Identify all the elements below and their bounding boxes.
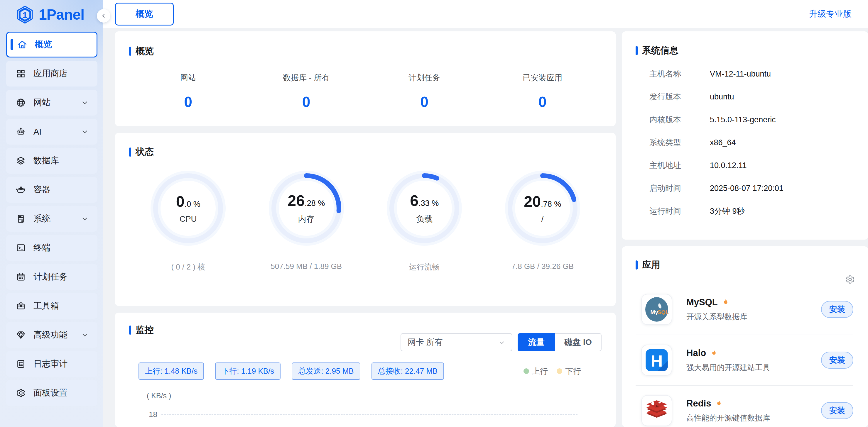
legend-upload[interactable]: 上行 [524,366,548,376]
app-name: MySQL [686,297,718,308]
title-accent-bar [129,46,131,56]
gauge-root-disk: 20.78 % / 7.8 GB / 39.26 GB [484,170,602,272]
upload-speed-badge: 上行: 1.48 KB/s [138,362,204,380]
brand-name: 1Panel [39,6,84,23]
status-card: 状态 0.0 % [115,133,616,306]
traffic-tab-button[interactable]: 流量 [518,333,555,351]
app-row-redis: Redis 高性能的开源键值数据库 安装 [636,385,853,427]
sidebar-collapse-button[interactable] [97,9,110,23]
sidebar-item-label: 日志审计 [33,358,67,370]
stat-cronjobs[interactable]: 计划任务 0 [365,72,484,110]
overview-stats: 网站 0 数据库 - 所有 0 计划任务 0 已安装应用 [129,72,601,110]
sidebar-item-label: 容器 [33,184,51,196]
traffic-stats-row: 上行: 1.48 KB/s 下行: 1.19 KB/s 总发送: 2.95 MB… [129,362,601,380]
sidebar-item-advanced[interactable]: 高级功能 [6,322,97,348]
sidebar-item-logs[interactable]: 日志审计 [6,351,97,377]
globe-icon [16,98,26,108]
app-name: Halo [686,348,706,358]
info-row-uptime: 运行时间 3分钟 9秒 [636,200,868,223]
total-received-badge: 总接收: 22.47 MB [372,362,444,380]
sidebar-item-cron[interactable]: 计划任务 [6,264,97,290]
sidebar-item-label: 概览 [35,39,52,51]
sidebar-item-ai[interactable]: AI [6,119,97,144]
app-name: Redis [686,398,711,409]
toolbox-icon [16,301,26,311]
info-row-kernel: 内核版本 5.15.0-113-generic [636,108,868,131]
1panel-dashboard: 1 1Panel 概览 [0,0,868,427]
sidebar-item-label: AI [33,127,41,137]
main-area: 概览 升级专业版 概览 网站 0 [103,0,868,427]
brand-logo: 1 1Panel [0,0,103,29]
legend-download[interactable]: 下行 [557,366,581,376]
install-mysql-button[interactable]: 安装 [821,301,853,318]
right-column: 系统信息 主机名称 VM-12-11-ubuntu 发行版本 ubuntu 内核… [622,31,868,427]
stat-installed-apps[interactable]: 已安装应用 0 [484,72,602,110]
sidebar-item-label: 工具箱 [33,300,59,312]
sidebar-item-label: 网站 [33,97,51,108]
monitor-controls: 网卡 所有 流量 磁盘 IO [401,333,601,351]
sidebar-item-label: 计划任务 [33,271,67,283]
monitor-mode-toggle: 流量 磁盘 IO [518,333,601,351]
chevron-down-icon [498,339,505,346]
chevron-down-icon [81,128,89,135]
sidebar-item-label: 终端 [33,242,51,254]
gear-icon [16,388,26,398]
info-row-hostname: 主机名称 VM-12-11-ubuntu [636,62,868,85]
info-row-boot-time: 启动时间 2025-08-07 17:20:01 [636,177,868,200]
info-row-arch: 系统类型 x86_64 [636,131,868,154]
sidebar-item-websites[interactable]: 网站 [6,90,97,116]
status-card-title: 状态 [129,146,601,158]
sidebar-item-toolbox[interactable]: 工具箱 [6,293,97,319]
sidebar-item-app-store[interactable]: 应用商店 [6,61,97,87]
sidebar-item-containers[interactable]: 容器 [6,177,97,203]
install-redis-button[interactable]: 安装 [821,402,853,419]
download-speed-badge: 下行: 1.19 KB/s [215,362,281,380]
monitor-card: 监控 网卡 所有 流量 磁盘 IO [115,313,616,427]
svg-text:H: H [651,352,663,370]
tab-overview[interactable]: 概览 [115,3,174,26]
gauge-subtext: 7.8 GB / 39.26 GB [512,262,574,271]
overview-card-title: 概览 [129,45,601,57]
sidebar-item-label: 面板设置 [33,387,67,399]
layers-icon [16,156,26,166]
chevron-down-icon [81,215,89,223]
content: 概览 网站 0 数据库 - 所有 0 计划任务 0 [103,28,868,427]
title-accent-bar [129,147,131,157]
app-description: 开源关系型数据库 [686,312,747,322]
overview-card: 概览 网站 0 数据库 - 所有 0 计划任务 0 [115,31,616,126]
sidebar-item-terminal[interactable]: 终端 [6,235,97,261]
system-info-card: 系统信息 主机名称 VM-12-11-ubuntu 发行版本 ubuntu 内核… [622,31,868,240]
app-meta: MySQL 开源关系型数据库 [686,297,747,322]
sidebar-item-label: 数据库 [33,155,59,167]
apps-card-title: 应用 [636,259,868,271]
legend-dot-green [524,368,529,374]
disk-io-tab-button[interactable]: 磁盘 IO [555,333,601,351]
sidebar-item-system[interactable]: 系统 [6,206,97,232]
server-icon [16,214,26,224]
svg-text:SQL: SQL [658,309,669,315]
sidebar-item-overview[interactable]: 概览 [6,32,97,58]
sidebar-menu: 概览 应用商店 网站 [0,29,103,406]
topbar: 概览 升级专业版 [103,0,868,28]
title-accent-bar [636,260,638,269]
hot-flame-icon [710,349,718,358]
app-description: 高性能的开源键值数据库 [686,413,770,423]
app-row-mysql: My SQL MySQL [636,284,853,335]
stat-websites[interactable]: 网站 0 [129,72,247,110]
install-halo-button[interactable]: 安装 [821,352,853,369]
network-card-select[interactable]: 网卡 所有 [401,333,513,351]
halo-logo-icon: H [641,344,672,376]
sidebar-item-database[interactable]: 数据库 [6,148,97,174]
gauge-subtext: 运行流畅 [409,262,440,272]
title-accent-bar [129,326,131,335]
system-info-rows: 主机名称 VM-12-11-ubuntu 发行版本 ubuntu 内核版本 5.… [636,62,868,223]
redis-logo-icon [641,395,672,426]
sidebar-item-settings[interactable]: 面板设置 [6,380,97,406]
chevron-down-icon [81,99,89,106]
stat-databases[interactable]: 数据库 - 所有 0 [247,72,366,110]
upgrade-pro-link[interactable]: 升级专业版 [809,8,851,20]
apps-settings-gear-icon[interactable] [845,274,855,285]
app-row-halo: H Halo 强大易用的开源建站工具 [636,335,853,385]
1panel-hexagon-icon: 1 [15,5,35,24]
left-column: 概览 网站 0 数据库 - 所有 0 计划任务 0 [115,31,616,427]
